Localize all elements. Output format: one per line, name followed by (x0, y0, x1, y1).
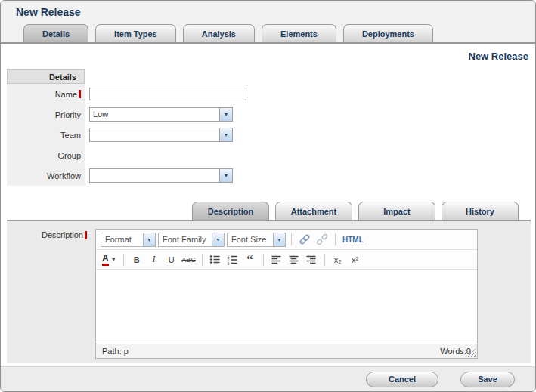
strikethrough-button[interactable]: ABC (181, 252, 197, 267)
font-color-icon: A (102, 254, 109, 266)
html-source-button[interactable]: HTML (342, 236, 364, 244)
chevron-down-icon: ▼ (219, 128, 232, 141)
tab-item-types[interactable]: Item Types (95, 24, 176, 42)
details-header-label: Details (49, 73, 76, 82)
tab-label: Description (208, 207, 254, 216)
form-row-group: Group (7, 145, 521, 165)
save-button[interactable]: Save (460, 372, 515, 387)
label-text: Group (57, 151, 81, 160)
tab-attachment[interactable]: Attachment (275, 202, 352, 220)
format-value: Format (101, 233, 143, 246)
toolbar-separator (291, 233, 292, 245)
underline-icon: U (169, 255, 175, 264)
bold-icon: B (134, 255, 140, 264)
tab-history[interactable]: History (442, 202, 519, 220)
priority-label: Priority (7, 104, 85, 125)
font-family-value: Font Family (159, 233, 212, 246)
bullet-list-icon (209, 254, 221, 265)
tab-impact[interactable]: Impact (358, 202, 435, 220)
new-release-window: New Release Details Item Types Analysis … (0, 0, 536, 392)
form-row-workflow: Workflow ▼ (7, 165, 521, 186)
align-right-button[interactable] (304, 252, 319, 267)
align-left-button[interactable] (269, 252, 284, 267)
toolbar-separator (263, 254, 264, 266)
footer-bar: Cancel Save (1, 366, 535, 391)
align-right-icon (305, 254, 317, 265)
font-size-dropdown[interactable]: Font Size ▼ (227, 233, 286, 247)
font-color-button[interactable]: A ▼ (101, 252, 118, 267)
editor-path: Path: p (102, 347, 129, 356)
editor-toolbar-row1: Format ▼ Font Family ▼ Font Size ▼ (96, 230, 477, 250)
header-bar: New Release Details Item Types Analysis … (1, 1, 535, 44)
chevron-down-icon: ▼ (212, 233, 224, 246)
editor-content-area[interactable] (96, 270, 477, 344)
numbered-list-button[interactable]: 1 2 3 (225, 252, 240, 267)
tab-details[interactable]: Details (23, 24, 88, 42)
label-text: Description (42, 230, 83, 239)
tab-label: History (466, 207, 494, 216)
tab-elements[interactable]: Elements (262, 24, 336, 42)
cancel-button[interactable]: Cancel (366, 372, 438, 387)
font-family-dropdown[interactable]: Font Family ▼ (158, 233, 225, 247)
priority-value: Low (90, 108, 219, 121)
workflow-label: Workflow (7, 165, 85, 186)
form-heading: New Release (469, 51, 529, 62)
required-indicator (85, 231, 87, 239)
details-section-header: Details (7, 69, 85, 84)
chevron-down-icon: ▼ (273, 233, 285, 246)
font-size-value: Font Size (228, 233, 273, 246)
svg-text:3: 3 (228, 261, 230, 265)
superscript-icon: x² (352, 255, 358, 264)
unlink-button[interactable] (314, 232, 330, 247)
tab-analysis[interactable]: Analysis (183, 24, 255, 42)
team-select[interactable]: ▼ (89, 128, 233, 142)
label-text: Workflow (47, 171, 81, 181)
strikethrough-icon: ABC (181, 256, 196, 264)
tab-deployments[interactable]: Deployments (343, 24, 433, 42)
form-row-priority: Priority Low ▼ (7, 104, 521, 125)
tab-label: Impact (383, 207, 410, 216)
team-value (90, 128, 219, 141)
unlink-icon (316, 233, 328, 245)
italic-icon: I (153, 254, 156, 265)
align-center-icon (288, 254, 299, 265)
editor-toolbar-row2: A ▼ B I U ABC 1 2 (96, 250, 477, 270)
workflow-value (90, 169, 219, 182)
label-text: Priority (55, 110, 81, 119)
tab-label: Attachment (291, 207, 337, 216)
subscript-button[interactable]: x₂ (330, 252, 345, 267)
main-tab-bar: Details Item Types Analysis Elements Dep… (23, 24, 433, 42)
link-icon (299, 233, 311, 245)
label-text: Name (55, 90, 77, 99)
subscript-icon: x₂ (334, 255, 342, 264)
bold-button[interactable]: B (129, 252, 144, 267)
team-label: Team (7, 125, 85, 145)
underline-button[interactable]: U (164, 252, 179, 267)
superscript-button[interactable]: x² (348, 252, 363, 267)
priority-select[interactable]: Low ▼ (89, 107, 233, 122)
chevron-down-icon: ▼ (111, 257, 116, 262)
bullet-list-button[interactable] (208, 252, 223, 267)
chevron-down-icon: ▼ (219, 108, 232, 121)
numbered-list-icon: 1 2 3 (227, 254, 238, 265)
chevron-down-icon: ▼ (143, 233, 155, 246)
form-row-name: Name (7, 84, 521, 104)
toolbar-separator (324, 254, 325, 266)
format-dropdown[interactable]: Format ▼ (101, 233, 156, 247)
sub-tab-bar: Description Attachment Impact History (192, 202, 519, 220)
name-label: Name (7, 84, 85, 104)
editor-statusbar: Path: p Words:0 (96, 344, 477, 358)
workflow-select[interactable]: ▼ (89, 168, 233, 183)
name-input[interactable] (89, 88, 246, 100)
align-center-button[interactable] (287, 252, 302, 267)
page-title: New Release (16, 6, 81, 18)
details-form: Name Priority Low ▼ Team (7, 84, 521, 186)
blockquote-button[interactable]: “ (243, 252, 258, 267)
toolbar-separator (335, 233, 336, 245)
link-button[interactable] (297, 232, 312, 247)
italic-button[interactable]: I (147, 252, 162, 267)
form-row-team: Team ▼ (7, 125, 521, 145)
rich-text-editor: Format ▼ Font Family ▼ Font Size ▼ (95, 229, 478, 359)
toolbar-separator (202, 254, 203, 266)
tab-description[interactable]: Description (192, 202, 269, 220)
